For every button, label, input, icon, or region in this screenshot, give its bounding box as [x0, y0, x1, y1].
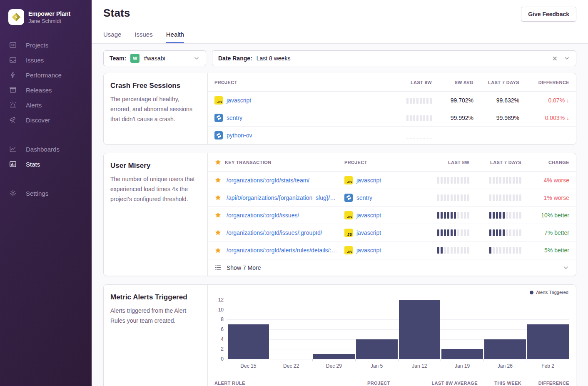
- avg-value: 99.702%: [451, 97, 473, 104]
- star-icon[interactable]: [214, 212, 222, 219]
- y-axis-label: 0: [221, 356, 224, 362]
- table-row: /api/0/organizations/{organization_slug}…: [208, 189, 576, 207]
- column-header: Change: [548, 160, 569, 165]
- user-misery-panel: User Misery The number of unique users t…: [103, 153, 576, 276]
- star-icon[interactable]: [214, 194, 222, 201]
- project-link[interactable]: javascript: [356, 247, 381, 254]
- y-axis-label: 4: [221, 336, 224, 342]
- project-link[interactable]: javascript: [356, 229, 381, 236]
- chevron-down-icon: [563, 264, 569, 271]
- org-switcher[interactable]: Empower Plant Jane Schmidt: [8, 9, 92, 25]
- sidebar-item-releases[interactable]: Releases: [8, 82, 92, 97]
- user-misery-title: User Misery: [110, 162, 200, 170]
- list-icon: [214, 264, 222, 271]
- metric-alerts-info: Metric Alerts Triggered Alerts triggered…: [104, 285, 208, 386]
- sparkline-bars: [489, 229, 521, 236]
- bar: [399, 300, 441, 359]
- legend-dot: [530, 291, 533, 294]
- column-header: Key Transaction: [214, 159, 344, 166]
- sidebar-item-label: Settings: [26, 190, 48, 197]
- x-axis-label: Dec 29: [313, 363, 356, 369]
- avg-value: –: [470, 132, 473, 139]
- y-axis-label: 10: [218, 307, 224, 313]
- python-platform-badge: [344, 194, 353, 202]
- sparkline-bars: [406, 97, 432, 104]
- sidebar-item-projects[interactable]: Projects: [8, 37, 92, 52]
- tab-issues[interactable]: Issues: [135, 31, 152, 43]
- show-more-button[interactable]: Show 7 More: [208, 259, 576, 276]
- nav-section-0: ProjectsIssuesPerformanceReleasesAlertsD…: [8, 37, 92, 127]
- table-row: JSjavascript99.702%99.632%0.07% ↓: [208, 92, 576, 109]
- date-range-value: Last 8 weeks: [257, 55, 291, 62]
- last7-value: 99.989%: [496, 115, 519, 121]
- column-header: This Week: [494, 381, 521, 386]
- bar: [527, 324, 569, 359]
- sparkline-bars: [437, 229, 469, 236]
- star-icon[interactable]: [214, 229, 222, 236]
- transaction-link[interactable]: /organizations/:orgId/alerts/rules/detai…: [227, 247, 339, 254]
- performance-icon: [8, 70, 17, 80]
- project-link[interactable]: sentry: [227, 115, 242, 121]
- sparkline-bars: [489, 194, 521, 201]
- chart-plot-area: 024681012: [227, 300, 569, 359]
- python-icon: [216, 132, 222, 139]
- tab-health[interactable]: Health: [166, 31, 184, 43]
- chevron-down-icon: [193, 55, 200, 62]
- sidebar-item-issues[interactable]: Issues: [8, 52, 92, 67]
- project-link[interactable]: javascript: [356, 177, 381, 184]
- team-value: #wasabi: [144, 55, 165, 62]
- bar: [441, 349, 483, 359]
- sidebar-item-performance[interactable]: Performance: [8, 67, 92, 82]
- bar: [228, 324, 269, 359]
- alerts-icon: [8, 100, 17, 110]
- transaction-link[interactable]: /organizations/:orgId/issues/:groupId/: [227, 229, 322, 236]
- bar-group-jan-5: [355, 300, 398, 359]
- project-link[interactable]: javascript: [356, 212, 381, 219]
- sidebar-item-stats[interactable]: Stats: [8, 157, 92, 172]
- python-icon: [346, 194, 352, 201]
- star-icon[interactable]: [214, 247, 222, 254]
- user-misery-description: The number of unique users that experien…: [110, 174, 200, 204]
- sidebar-item-alerts[interactable]: Alerts: [8, 97, 92, 112]
- column-header: Last 8W: [448, 160, 469, 165]
- tab-usage[interactable]: Usage: [103, 31, 121, 43]
- content: Team: W #wasabi Date Range: Last 8 weeks: [92, 44, 588, 386]
- x-axis-label: Feb 2: [526, 363, 569, 369]
- y-axis-label: 6: [221, 326, 224, 332]
- difference-value: –: [566, 132, 569, 139]
- sparkline-bars: [437, 194, 469, 201]
- project-link[interactable]: sentry: [356, 194, 372, 201]
- sidebar-item-dashboards[interactable]: Dashboards: [8, 142, 92, 157]
- tab-bar: UsageIssuesHealth: [103, 31, 576, 43]
- sidebar-item-discover[interactable]: Discover: [8, 112, 92, 127]
- sidebar-item-settings[interactable]: Settings: [8, 186, 92, 201]
- date-range-select[interactable]: Date Range: Last 8 weeks: [212, 50, 576, 66]
- star-icon[interactable]: [214, 177, 222, 184]
- column-header: Last 7 Days: [488, 80, 519, 85]
- legend-item-alerts-triggered[interactable]: Alerts Triggered: [530, 290, 568, 295]
- last7-value: 99.632%: [496, 97, 519, 104]
- x-axis-label: Jan 5: [355, 363, 398, 369]
- sidebar-item-label: Performance: [26, 72, 62, 79]
- releases-icon: [8, 85, 17, 95]
- crash-free-title: Crash Free Sessions: [110, 82, 200, 90]
- transaction-link[interactable]: /organizations/:orgId/issues/: [227, 212, 299, 219]
- transaction-link[interactable]: /organizations/:orgId/stats/team/: [227, 177, 309, 184]
- project-link[interactable]: python-ov: [227, 132, 252, 139]
- metric-alerts-title: Metric Alerts Triggered: [110, 293, 200, 301]
- app-root: Empower Plant Jane Schmidt ProjectsIssue…: [0, 0, 588, 386]
- transaction-link[interactable]: /api/0/organizations/{organization_slug}…: [227, 194, 339, 201]
- y-axis-label: 12: [218, 297, 224, 303]
- nav-section-1: DashboardsStats: [8, 142, 92, 172]
- y-axis-label: 8: [221, 316, 224, 322]
- sidebar-item-label: Discover: [26, 117, 50, 124]
- bar-group-dec-29: [313, 300, 356, 359]
- team-select[interactable]: Team: W #wasabi: [103, 50, 206, 66]
- project-link[interactable]: javascript: [227, 97, 251, 104]
- settings-icon: [8, 189, 17, 198]
- last7-value: –: [516, 132, 519, 139]
- clear-date-button[interactable]: [550, 54, 559, 63]
- close-icon: [552, 55, 558, 62]
- give-feedback-button[interactable]: Give Feedback: [521, 7, 576, 22]
- org-user-name: Jane Schmidt: [28, 17, 70, 25]
